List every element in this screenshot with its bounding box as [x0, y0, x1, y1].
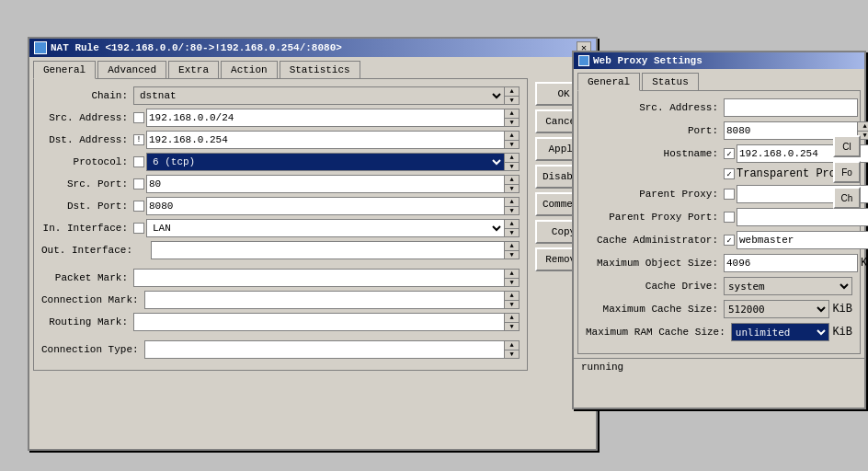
dst-port-checkbox[interactable] — [133, 201, 144, 212]
tab-extra[interactable]: Extra — [168, 61, 219, 78]
proxy-port-label: Port: — [586, 125, 724, 136]
nat-titlebar: NAT Rule <192.168.0.0/:80->!192.168.0.25… — [29, 39, 596, 57]
dst-address-label: Dst. Address: — [41, 134, 133, 145]
src-port-down[interactable]: ▼ — [505, 185, 519, 193]
connection-type-input[interactable] — [144, 340, 505, 359]
parent-proxy-port-label: Parent Proxy Port: — [586, 212, 724, 223]
ctype-up[interactable]: ▲ — [505, 341, 519, 350]
proxy-titlebar: Web Proxy Settings — [574, 52, 864, 69]
max-cache-size-label: Maximum Cache Size: — [586, 304, 724, 315]
out-iface-up[interactable]: ▲ — [505, 242, 519, 251]
proxy-status-text: running — [581, 362, 623, 373]
max-object-size-row: Maximum Object Size: KiB — [586, 254, 852, 272]
in-interface-scroll[interactable]: ▲ ▼ — [505, 219, 520, 237]
dst-address-scroll[interactable]: ▲ ▼ — [505, 131, 520, 149]
max-object-size-input[interactable] — [724, 254, 858, 272]
proxy-window-title: Web Proxy Settings — [593, 55, 702, 66]
connection-mark-input[interactable] — [144, 291, 505, 309]
src-down[interactable]: ▼ — [505, 119, 519, 127]
chain-dropdown[interactable]: dstnat — [133, 86, 505, 105]
chain-up[interactable]: ▲ — [505, 87, 519, 97]
src-port-checkbox[interactable] — [133, 178, 144, 190]
connection-type-scroll[interactable]: ▲ ▼ — [505, 340, 520, 359]
parent-proxy-port-checkbox[interactable] — [724, 212, 735, 223]
nat-form-area: Chain: dstnat ▲ ▼ Src. Address: — [33, 78, 528, 371]
routing-mark-scroll[interactable]: ▲ ▼ — [505, 313, 520, 331]
cache-admin-checkbox[interactable]: ✓ — [724, 235, 735, 246]
protocol-scroll[interactable]: ▲ ▼ — [505, 153, 520, 171]
src-address-scroll[interactable]: ▲ ▼ — [505, 109, 520, 127]
out-interface-input[interactable] — [151, 241, 505, 259]
route-down[interactable]: ▼ — [505, 323, 519, 331]
pkt-down[interactable]: ▼ — [505, 279, 519, 287]
cache-drive-select[interactable]: system — [724, 277, 852, 295]
in-interface-row: In. Interface: LAN ▲ ▼ — [41, 219, 520, 237]
proxy-side-btn-fo[interactable]: Fo — [833, 161, 861, 183]
src-port-input[interactable] — [146, 175, 505, 193]
in-interface-checkbox[interactable] — [133, 223, 144, 234]
dst-port-up[interactable]: ▲ — [505, 198, 519, 207]
dst-port-down[interactable]: ▼ — [505, 207, 519, 215]
dst-down[interactable]: ▼ — [505, 141, 519, 149]
proxy-tab-status[interactable]: Status — [642, 73, 699, 90]
dst-address-input[interactable] — [146, 131, 505, 149]
proxy-side-btn-ch[interactable]: Ch — [833, 187, 861, 209]
chain-select[interactable]: dstnat — [133, 86, 505, 105]
protocol-up[interactable]: ▲ — [505, 154, 519, 163]
dst-port-input[interactable] — [146, 197, 505, 215]
dst-address-checkbox[interactable]: ! — [133, 134, 144, 145]
src-address-input[interactable] — [146, 109, 505, 127]
routing-mark-input[interactable] — [133, 313, 505, 331]
cache-admin-input[interactable] — [737, 231, 868, 249]
in-interface-select[interactable]: LAN — [146, 219, 505, 237]
parent-proxy-port-input[interactable] — [737, 208, 868, 226]
chain-down[interactable]: ▼ — [505, 97, 519, 105]
max-cache-size-select[interactable]: 512000 — [724, 300, 829, 318]
src-port-up[interactable]: ▲ — [505, 176, 519, 185]
src-up[interactable]: ▲ — [505, 109, 519, 119]
chain-scroll[interactable]: ▲ ▼ — [505, 86, 520, 105]
conn-down[interactable]: ▼ — [505, 301, 519, 309]
proxy-form-content: Src. Address: Port: ▲ ▼ Hostname: ✓ — [577, 90, 861, 354]
conn-up[interactable]: ▲ — [505, 292, 519, 301]
connection-type-label: Connection Type: — [41, 344, 144, 355]
parent-proxy-checkbox[interactable] — [724, 189, 735, 200]
proxy-tab-general[interactable]: General — [577, 73, 640, 91]
max-ram-cache-unit: KiB — [832, 326, 852, 339]
protocol-checkbox[interactable] — [133, 156, 144, 167]
ctype-down[interactable]: ▼ — [505, 350, 519, 359]
cache-admin-row: Cache Administrator: ✓ — [586, 231, 852, 249]
protocol-select[interactable]: 6 (tcp) — [146, 153, 505, 171]
connection-mark-scroll[interactable]: ▲ ▼ — [505, 291, 520, 309]
max-ram-cache-select[interactable]: unlimited — [731, 323, 830, 341]
in-iface-down[interactable]: ▼ — [505, 229, 519, 237]
nat-window-title: NAT Rule <192.168.0.0/:80->!192.168.0.25… — [51, 42, 342, 53]
route-up[interactable]: ▲ — [505, 314, 519, 323]
packet-mark-input[interactable] — [133, 269, 505, 287]
hostname-checkbox[interactable]: ✓ — [724, 148, 735, 159]
proxy-status-bar: running — [574, 358, 864, 375]
dst-up[interactable]: ▲ — [505, 132, 519, 141]
tab-general[interactable]: General — [33, 61, 96, 79]
max-object-size-label: Maximum Object Size: — [586, 258, 724, 269]
tab-statistics[interactable]: Statistics — [280, 61, 360, 78]
tab-advanced[interactable]: Advanced — [97, 61, 166, 78]
in-interface-label: In. Interface: — [41, 223, 133, 234]
dst-port-scroll[interactable]: ▲ ▼ — [505, 197, 520, 215]
max-ram-cache-label: Maximum RAM Cache Size: — [586, 327, 731, 338]
src-address-checkbox[interactable] — [133, 112, 144, 123]
out-iface-down[interactable]: ▼ — [505, 251, 519, 259]
in-iface-up[interactable]: ▲ — [505, 220, 519, 229]
pkt-up[interactable]: ▲ — [505, 270, 519, 279]
transparent-proxy-checkbox[interactable]: ✓ — [724, 168, 735, 179]
protocol-down[interactable]: ▼ — [505, 163, 519, 171]
proxy-src-input[interactable] — [724, 98, 858, 117]
packet-mark-scroll[interactable]: ▲ ▼ — [505, 269, 520, 287]
proxy-window-icon — [578, 55, 589, 66]
src-port-scroll[interactable]: ▲ ▼ — [505, 175, 520, 193]
proxy-side-btn-cl[interactable]: Cl — [833, 135, 861, 157]
src-port-label: Src. Port: — [41, 178, 133, 190]
out-interface-scroll[interactable]: ▲ ▼ — [505, 241, 520, 259]
port-up[interactable]: ▲ — [858, 122, 868, 132]
tab-action[interactable]: Action — [221, 61, 278, 78]
